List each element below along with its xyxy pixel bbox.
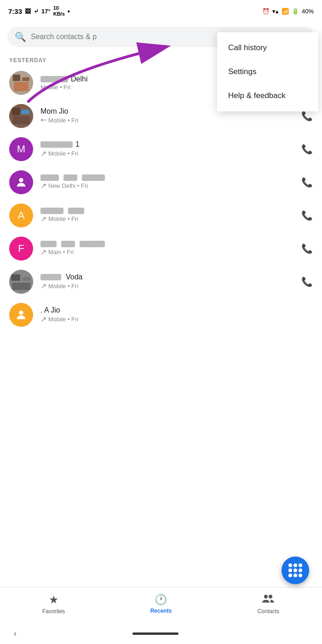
fab-dialpad[interactable] [282,557,309,584]
contact-info: ↗ Mobile • Fri [40,208,294,223]
contact-name: Voda [40,273,294,281]
dot-icon: • [68,7,70,15]
svg-rect-4 [14,82,29,91]
dropdown-call-history[interactable]: Call history [217,36,318,60]
svg-rect-7 [21,110,29,114]
temp-label: 17° [41,8,51,15]
contact-sub: ↗ Mobile • Fri [40,215,294,223]
fab-dot [293,569,297,572]
svg-point-16 [269,595,272,598]
svg-rect-6 [12,108,20,115]
svg-point-9 [19,178,23,182]
contact-name: 1 [40,140,294,149]
dialpad-grid [288,563,302,577]
call-icon[interactable]: 📞 [301,243,313,254]
nav-favorites[interactable]: ★ Favorites [0,593,107,615]
avatar: A [9,203,33,227]
battery-label: 40% [302,8,314,15]
fab-dot [288,563,292,567]
fab-dot [293,563,297,567]
recents-icon: 🕐 [155,594,167,606]
svg-rect-12 [22,277,30,281]
contacts-icon [262,593,274,606]
data-speed: 10KB/s [53,5,65,17]
contact-name [40,241,294,247]
dropdown-help-feedback[interactable]: Help & feedback [217,84,318,108]
dropdown-settings[interactable]: Settings [217,60,318,84]
contact-sub: ↗ New Delhi • Fri [40,181,294,190]
avatar [9,104,33,128]
contact-item[interactable]: Voda ↗ Mobile • Fri 📞 [4,265,318,298]
fab-dot [293,574,297,577]
svg-rect-2 [13,75,20,81]
share-icon: ⤶ [34,8,39,15]
signal-icon: 📶 [282,8,289,15]
contact-name [40,208,294,214]
nav-recents[interactable]: 🕐 Recents [107,594,214,614]
avatar [9,303,33,327]
contact-item[interactable]: ↗ New Delhi • Fri 📞 [4,166,318,199]
back-button[interactable]: ‹ [14,629,17,638]
fab-dot [299,574,302,577]
contact-item[interactable]: A ↗ Mobile • Fri 📞 [4,199,318,232]
call-icon[interactable]: 📞 [301,177,313,188]
avatar: F [9,237,33,261]
status-time: 7:33 🖼 ⤶ 17° 10KB/s • [8,5,70,17]
avatar [9,270,33,294]
svg-rect-8 [13,116,29,124]
contact-item[interactable]: F ↗ Main • Fri 📞 [4,232,318,265]
favorites-icon: ★ [49,593,59,606]
contact-info: ↗ New Delhi • Fri [40,174,294,190]
call-icon[interactable]: 📞 [301,276,313,287]
status-bar: 7:33 🖼 ⤶ 17° 10KB/s • ⏰ ▾▴ 📶 🔋 40% [0,0,322,22]
contact-info: Voda ↗ Mobile • Fri [40,273,294,290]
call-icon[interactable]: 📞 [301,110,313,122]
contact-sub: ↗ Mobile • Fri [40,116,294,125]
photo-icon: 🖼 [25,8,31,15]
contact-name [40,174,294,181]
alarm-icon: ⏰ [262,8,270,15]
recents-label: Recents [150,608,172,614]
fab-dot [299,569,302,572]
svg-rect-11 [11,274,20,281]
contact-info: . A Jio ↗ Mobile • Fri [40,306,313,324]
fab-dot [299,563,302,567]
favorites-label: Favorites [42,608,65,615]
wifi-icon: ▾▴ [272,8,279,15]
fab-dot [288,574,292,577]
home-indicator[interactable] [132,632,178,635]
contact-sub: ↗ Mobile • Fri [40,315,313,324]
battery-icon: 🔋 [292,8,299,15]
contact-info: 1 ↗ Mobile • Fri [40,140,294,158]
contact-item[interactable]: M 1 ↗ Mobile • Fri 📞 [4,133,318,166]
fab-dot [288,569,292,572]
call-icon[interactable]: 📞 [301,144,313,155]
contact-sub: ↗ Mobile • Fri [40,282,294,290]
contact-item[interactable]: . A Jio ↗ Mobile • Fri [4,298,318,331]
avatar [9,71,33,95]
nav-contacts[interactable]: Contacts [215,593,322,615]
avatar: M [9,137,33,161]
bottom-bar: ‹ [0,629,322,638]
svg-point-15 [264,595,268,598]
svg-rect-3 [22,77,29,81]
call-icon[interactable]: 📞 [301,210,313,221]
contact-info: ↗ Main • Fri [40,241,294,256]
status-icons: ⏰ ▾▴ 📶 🔋 40% [262,8,314,15]
avatar [9,170,33,194]
dropdown-menu: Call history Settings Help & feedback [217,32,318,111]
svg-rect-13 [12,283,30,290]
contact-sub: ↗ Main • Fri [40,248,294,256]
bottom-nav: ★ Favorites 🕐 Recents Contacts [0,587,322,620]
search-icon: 🔍 [15,31,26,42]
contact-name: . A Jio [40,306,313,314]
contacts-label: Contacts [258,608,279,615]
svg-point-14 [19,311,23,315]
svg-rect-10 [9,270,33,294]
contact-sub: ↗ Mobile • Fri [40,149,294,158]
